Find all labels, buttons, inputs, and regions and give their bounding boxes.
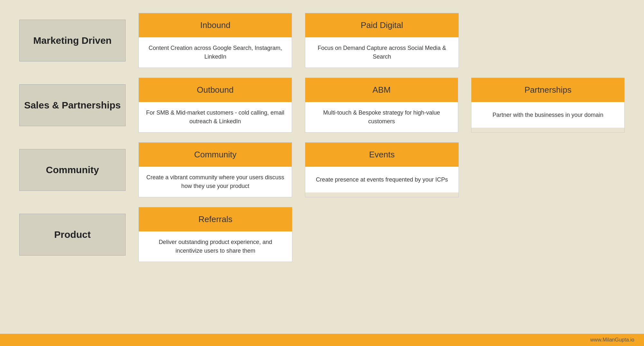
card-header-text-partnerships: Partnerships bbox=[525, 85, 572, 95]
card-header-referrals: Referrals bbox=[139, 207, 292, 231]
card-body-outbound: For SMB & Mid-market customers - cold ca… bbox=[139, 102, 292, 132]
cards-container-sales-partnerships: OutboundFor SMB & Mid-market customers -… bbox=[138, 78, 625, 133]
card-events: EventsCreate presence at events frequent… bbox=[305, 142, 459, 197]
cards-container-product: ReferralsDeliver outstanding product exp… bbox=[138, 207, 625, 262]
card-body-text-events: Create presence at events frequented by … bbox=[316, 175, 448, 184]
card-header-paid-digital: Paid Digital bbox=[305, 13, 458, 37]
card-header-community-card: Community bbox=[139, 143, 292, 167]
label-box-sales-partnerships: Sales & Partnerships bbox=[19, 84, 126, 126]
card-header-text-events: Events bbox=[369, 150, 395, 160]
row-product: ProductReferralsDeliver outstanding prod… bbox=[19, 207, 625, 262]
row-sales-partnerships: Sales & PartnershipsOutboundFor SMB & Mi… bbox=[19, 78, 625, 133]
card-body-text-community-card: Create a vibrant community where your us… bbox=[145, 173, 285, 191]
card-body-text-inbound: Content Creation across Google Search, I… bbox=[145, 44, 285, 61]
card-body-community-card: Create a vibrant community where your us… bbox=[139, 167, 292, 197]
card-body-partnerships: Partner with the businesses in your doma… bbox=[471, 102, 624, 128]
card-header-text-referrals: Referrals bbox=[198, 214, 232, 224]
label-text-community: Community bbox=[46, 164, 99, 175]
label-box-marketing-driven: Marketing Driven bbox=[19, 20, 126, 61]
label-text-product: Product bbox=[54, 229, 90, 240]
card-header-text-abm: ABM bbox=[373, 85, 391, 95]
card-header-events: Events bbox=[305, 143, 458, 167]
card-header-inbound: Inbound bbox=[139, 13, 292, 37]
card-body-text-paid-digital: Focus on Demand Capture across Social Me… bbox=[312, 44, 452, 61]
card-body-text-outbound: For SMB & Mid-market customers - cold ca… bbox=[145, 108, 285, 126]
card-body-events: Create presence at events frequented by … bbox=[305, 167, 458, 192]
card-header-text-outbound: Outbound bbox=[197, 85, 233, 95]
card-header-text-community-card: Community bbox=[194, 150, 236, 160]
main-container: Marketing DrivenInboundContent Creation … bbox=[0, 0, 644, 346]
card-body-text-abm: Multi-touch & Bespoke strategy for high-… bbox=[312, 108, 452, 126]
card-body-referrals: Deliver outstanding product experience, … bbox=[139, 231, 292, 262]
card-body-inbound: Content Creation across Google Search, I… bbox=[139, 37, 292, 68]
card-body-paid-digital: Focus on Demand Capture across Social Me… bbox=[305, 37, 458, 68]
card-header-abm: ABM bbox=[305, 78, 458, 102]
label-box-community: Community bbox=[19, 149, 126, 191]
row-marketing-driven: Marketing DrivenInboundContent Creation … bbox=[19, 13, 625, 68]
card-paid-digital: Paid DigitalFocus on Demand Capture acro… bbox=[305, 13, 459, 68]
card-header-partnerships: Partnerships bbox=[471, 78, 624, 102]
card-body-text-referrals: Deliver outstanding product experience, … bbox=[145, 238, 286, 255]
card-abm: ABMMulti-touch & Bespoke strategy for hi… bbox=[305, 78, 459, 133]
card-referrals: ReferralsDeliver outstanding product exp… bbox=[138, 207, 292, 262]
label-text-marketing-driven: Marketing Driven bbox=[33, 35, 111, 46]
card-header-outbound: Outbound bbox=[139, 78, 292, 102]
footer-text: www.MilanGupta.io bbox=[590, 337, 634, 343]
card-outbound: OutboundFor SMB & Mid-market customers -… bbox=[138, 78, 292, 133]
card-partnerships: PartnershipsPartner with the businesses … bbox=[471, 78, 625, 133]
card-body-abm: Multi-touch & Bespoke strategy for high-… bbox=[305, 102, 458, 132]
card-header-text-inbound: Inbound bbox=[200, 20, 231, 30]
cards-container-community: CommunityCreate a vibrant community wher… bbox=[138, 142, 625, 197]
label-box-product: Product bbox=[19, 214, 126, 256]
card-body-text-partnerships: Partner with the businesses in your doma… bbox=[493, 111, 603, 119]
footer-bar: www.MilanGupta.io bbox=[0, 334, 644, 346]
card-inbound: InboundContent Creation across Google Se… bbox=[138, 13, 292, 68]
cards-container-marketing-driven: InboundContent Creation across Google Se… bbox=[138, 13, 625, 68]
card-header-text-paid-digital: Paid Digital bbox=[361, 20, 403, 30]
card-community-card: CommunityCreate a vibrant community wher… bbox=[138, 142, 292, 197]
row-community: CommunityCommunityCreate a vibrant commu… bbox=[19, 142, 625, 197]
label-text-sales-partnerships: Sales & Partnerships bbox=[24, 100, 121, 111]
